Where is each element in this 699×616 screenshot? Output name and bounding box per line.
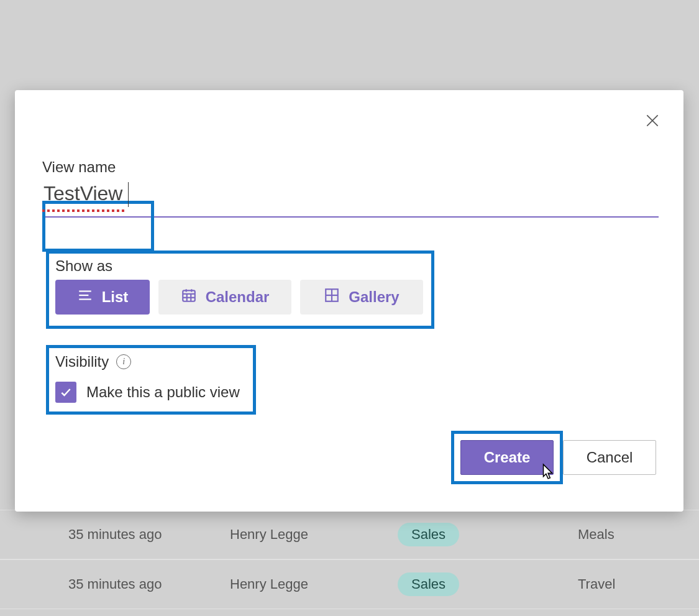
show-as-label: Show as — [55, 257, 425, 275]
create-view-dialog: View name Show as List — [15, 90, 683, 512]
public-view-label: Make this a public view — [86, 384, 240, 401]
option-list[interactable]: List — [55, 280, 150, 315]
list-icon — [77, 287, 93, 307]
option-calendar[interactable]: Calendar — [158, 280, 291, 315]
info-icon[interactable]: i — [116, 354, 131, 369]
cell-dept: Sales — [398, 523, 578, 546]
cell-dept: Sales — [398, 572, 578, 596]
option-label: Calendar — [206, 288, 270, 306]
option-gallery[interactable]: Gallery — [300, 280, 423, 315]
close-icon — [644, 121, 660, 131]
cell-name: Henry Legge — [230, 576, 398, 592]
cell-time: 35 minutes ago — [68, 576, 230, 592]
show-as-section: Show as List — [46, 251, 434, 329]
visibility-section: Visibility i Make this a public view — [46, 345, 256, 415]
dialog-button-row: Create Cancel — [451, 431, 656, 484]
button-label: Cancel — [587, 449, 633, 466]
cell-time: 35 minutes ago — [68, 526, 230, 543]
dept-pill: Sales — [398, 572, 459, 596]
text-caret — [128, 182, 129, 207]
annotation-highlight: Create — [451, 431, 563, 484]
gallery-icon — [324, 287, 340, 307]
background-table: 35 minutes ago Henry Legge Sales Meals 3… — [0, 510, 699, 609]
spellcheck-underline — [42, 209, 127, 212]
option-label: Gallery — [349, 288, 399, 306]
cell-category: Travel — [578, 576, 690, 592]
view-name-field-wrap — [42, 181, 656, 218]
public-view-checkbox[interactable] — [55, 382, 76, 403]
cell-category: Meals — [578, 526, 690, 543]
annotation-highlight — [42, 201, 154, 252]
cell-name: Henry Legge — [230, 526, 398, 543]
button-label: Create — [484, 449, 531, 466]
table-row: 35 minutes ago Henry Legge Sales Meals — [0, 510, 699, 559]
svg-rect-5 — [183, 290, 195, 301]
table-row: 35 minutes ago Henry Legge Sales Travel — [0, 559, 699, 609]
calendar-icon — [181, 287, 197, 307]
cursor-pointer-icon — [539, 463, 555, 482]
dept-pill: Sales — [398, 523, 459, 546]
visibility-label: Visibility — [55, 353, 109, 370]
close-button[interactable] — [640, 109, 665, 134]
option-label: List — [102, 288, 129, 306]
view-name-label: View name — [42, 159, 656, 176]
cancel-button[interactable]: Cancel — [563, 440, 656, 475]
create-button[interactable]: Create — [460, 440, 554, 475]
